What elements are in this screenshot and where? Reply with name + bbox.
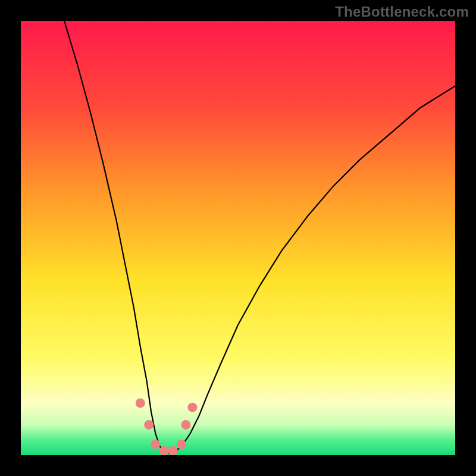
curve-layer [21, 21, 455, 455]
curve-marker [151, 440, 160, 449]
chart-frame: TheBottleneck.com [0, 0, 476, 476]
curve-marker [187, 403, 197, 412]
watermark-label: TheBottleneck.com [335, 4, 469, 20]
curve-marker [168, 446, 178, 455]
curve-marker [181, 420, 190, 430]
curve-marker [177, 440, 186, 449]
plot-area [21, 21, 455, 455]
bottleneck-curve [64, 21, 455, 453]
curve-marker [136, 398, 145, 408]
curve-markers [136, 398, 198, 455]
curve-marker [159, 446, 169, 455]
curve-marker [144, 420, 154, 430]
